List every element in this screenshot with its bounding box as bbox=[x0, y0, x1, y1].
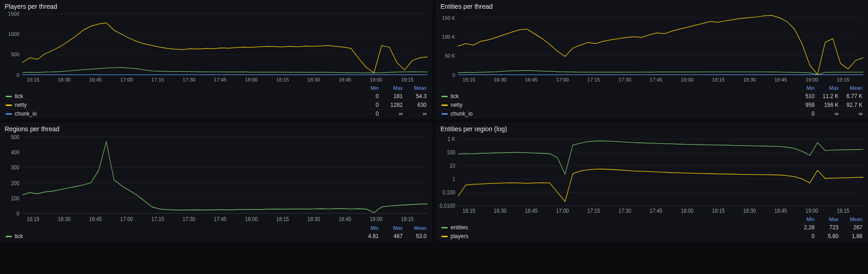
svg-text:500: 500 bbox=[11, 52, 19, 57]
legend-min: 0 bbox=[791, 233, 815, 239]
series-line-entities bbox=[458, 141, 863, 174]
legend-max: 156 K bbox=[815, 102, 839, 108]
svg-text:16:45: 16:45 bbox=[89, 216, 102, 222]
legend-row-tick[interactable]: tick4.8146753.0 bbox=[4, 232, 428, 240]
panel-entities_per_thread[interactable]: Entities per thread050 K100 K150 K16:151… bbox=[436, 0, 868, 119]
legend-header-max[interactable]: Max bbox=[379, 225, 403, 231]
svg-text:18:00: 18:00 bbox=[245, 77, 258, 82]
svg-text:0.0100: 0.0100 bbox=[440, 203, 455, 208]
panel-players_per_thread[interactable]: Players per thread05001000150016:1516:30… bbox=[0, 0, 432, 119]
legend-label: chunk_io bbox=[15, 111, 355, 117]
panel-regions_per_thread[interactable]: Regions per thread010020030040050016:151… bbox=[0, 122, 432, 241]
legend-header-mean[interactable]: Mean bbox=[839, 216, 862, 222]
svg-text:500: 500 bbox=[11, 134, 20, 140]
svg-text:18:00: 18:00 bbox=[681, 208, 694, 213]
legend: MinMaxMeantick51011.2 K6.77 Knetty959156… bbox=[436, 83, 868, 119]
svg-text:18:30: 18:30 bbox=[743, 77, 756, 82]
legend-label: tick bbox=[15, 233, 355, 239]
svg-text:17:15: 17:15 bbox=[151, 77, 164, 82]
legend-min: 959 bbox=[791, 102, 815, 108]
svg-text:1500: 1500 bbox=[8, 12, 20, 17]
svg-text:100: 100 bbox=[447, 150, 455, 155]
legend-min: 0 bbox=[355, 93, 379, 99]
series-line-netty bbox=[22, 23, 428, 73]
series-line-players bbox=[458, 169, 863, 202]
legend-row-chunk_io[interactable]: chunk_io0∞∞ bbox=[4, 109, 428, 118]
chart-area[interactable]: 0.01000.1001101001 K16:1516:3016:4517:00… bbox=[439, 134, 865, 215]
svg-text:19:15: 19:15 bbox=[401, 216, 414, 222]
legend-label: netty bbox=[15, 102, 355, 108]
svg-text:1000: 1000 bbox=[8, 31, 20, 37]
legend-row-chunk_io[interactable]: chunk_io0∞∞ bbox=[440, 109, 864, 118]
legend-mean: 1.86 bbox=[839, 233, 862, 239]
svg-text:17:30: 17:30 bbox=[619, 77, 631, 82]
svg-text:18:30: 18:30 bbox=[307, 77, 320, 82]
legend-max: 11.2 K bbox=[815, 93, 839, 99]
chart-area[interactable]: 050 K100 K150 K16:1516:3016:4517:0017:15… bbox=[439, 12, 865, 83]
legend-label: chunk_io bbox=[451, 111, 791, 117]
legend-label: players bbox=[451, 233, 791, 239]
legend-header-min[interactable]: Min bbox=[791, 216, 815, 222]
legend-min: 0 bbox=[791, 111, 815, 117]
legend-header: MinMaxMean bbox=[440, 84, 864, 92]
legend-min: 2.28 bbox=[791, 224, 815, 231]
panel-title: Players per thread bbox=[0, 0, 432, 12]
svg-text:17:45: 17:45 bbox=[650, 208, 663, 213]
legend-header-min[interactable]: Min bbox=[791, 85, 815, 91]
svg-text:200: 200 bbox=[11, 180, 20, 187]
legend: MinMaxMeanentities2.28723267players05.60… bbox=[436, 215, 868, 241]
svg-text:100: 100 bbox=[11, 195, 20, 202]
legend-max: ∞ bbox=[815, 111, 839, 117]
svg-text:0: 0 bbox=[17, 210, 19, 217]
panel-entities_per_region_log[interactable]: Entities per region (log)0.01000.1001101… bbox=[436, 122, 868, 241]
legend-row-tick[interactable]: tick018154.3 bbox=[4, 92, 428, 100]
svg-text:0.100: 0.100 bbox=[443, 190, 456, 195]
legend-row-netty[interactable]: netty01282630 bbox=[4, 100, 428, 109]
chart-area[interactable]: 010020030040050016:1516:3016:4517:0017:1… bbox=[3, 134, 429, 223]
svg-text:400: 400 bbox=[11, 149, 20, 156]
svg-text:17:15: 17:15 bbox=[587, 77, 600, 82]
legend-min: 0 bbox=[355, 111, 379, 117]
legend-swatch bbox=[6, 113, 12, 115]
legend-row-players[interactable]: players05.601.86 bbox=[440, 232, 864, 240]
legend-header-max[interactable]: Max bbox=[379, 85, 403, 91]
legend-mean: 53.0 bbox=[403, 233, 427, 239]
svg-text:16:45: 16:45 bbox=[525, 77, 538, 82]
svg-text:150 K: 150 K bbox=[442, 15, 455, 20]
svg-text:17:45: 17:45 bbox=[214, 77, 227, 82]
svg-text:1: 1 bbox=[452, 176, 455, 182]
legend-header: MinMaxMean bbox=[4, 224, 428, 232]
legend-max: 181 bbox=[379, 93, 403, 99]
legend-header-mean[interactable]: Mean bbox=[403, 85, 427, 91]
legend-swatch bbox=[441, 96, 448, 97]
svg-text:18:45: 18:45 bbox=[775, 208, 787, 213]
legend-header-min[interactable]: Min bbox=[355, 225, 379, 231]
legend-swatch bbox=[6, 236, 12, 237]
chart-area[interactable]: 05001000150016:1516:3016:4517:0017:1517:… bbox=[3, 12, 429, 83]
legend-header-mean[interactable]: Mean bbox=[839, 85, 862, 91]
legend-row-entities[interactable]: entities2.28723267 bbox=[440, 223, 864, 232]
legend-max: 1282 bbox=[379, 102, 403, 108]
legend-header-mean[interactable]: Mean bbox=[403, 225, 427, 231]
legend-mean: 630 bbox=[403, 102, 427, 108]
panel-title: Regions per thread bbox=[0, 122, 432, 134]
legend-header-max[interactable]: Max bbox=[815, 85, 839, 91]
svg-text:17:30: 17:30 bbox=[183, 216, 196, 222]
legend-row-tick[interactable]: tick51011.2 K6.77 K bbox=[440, 92, 864, 100]
panel-title: Entities per region (log) bbox=[436, 122, 868, 134]
svg-text:16:30: 16:30 bbox=[494, 77, 507, 82]
svg-text:18:45: 18:45 bbox=[775, 77, 787, 82]
svg-text:16:30: 16:30 bbox=[494, 208, 507, 213]
legend-swatch bbox=[6, 96, 12, 97]
legend-swatch bbox=[441, 227, 448, 228]
legend-row-netty[interactable]: netty959156 K92.7 K bbox=[440, 100, 864, 109]
legend-mean: 54.3 bbox=[403, 93, 427, 99]
legend-max: ∞ bbox=[379, 111, 403, 117]
svg-text:18:15: 18:15 bbox=[712, 208, 725, 213]
legend-mean: 92.7 K bbox=[839, 102, 862, 108]
legend-header: MinMaxMean bbox=[4, 84, 428, 92]
legend-header-max[interactable]: Max bbox=[815, 216, 839, 222]
legend-header-min[interactable]: Min bbox=[355, 85, 379, 91]
svg-text:19:00: 19:00 bbox=[805, 208, 818, 213]
svg-text:18:15: 18:15 bbox=[712, 77, 725, 82]
